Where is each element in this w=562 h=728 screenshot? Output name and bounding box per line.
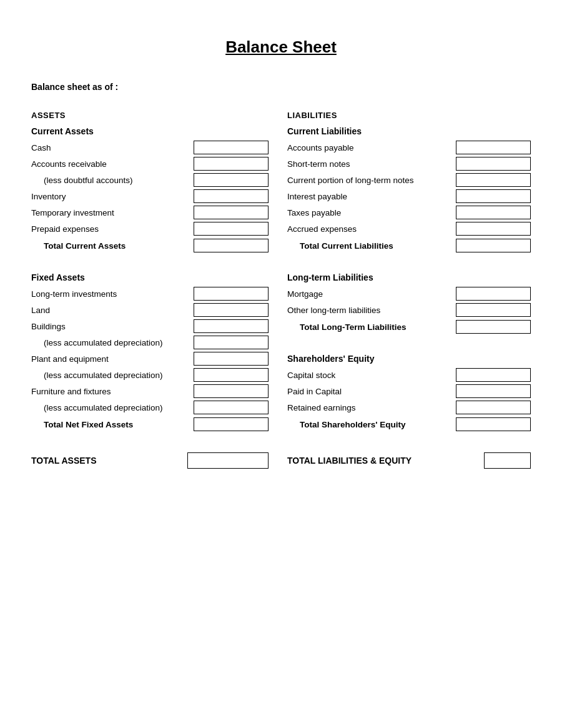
total-net-fixed-assets-row: Total Net Fixed Assets <box>31 416 269 432</box>
total-liabilities-equity-row: TOTAL LIABILITIES & EQUITY <box>287 451 531 470</box>
total-equity-input[interactable] <box>456 417 531 431</box>
total-current-assets-label: Total Current Assets <box>31 241 194 251</box>
list-item: Interest payable <box>287 189 531 204</box>
total-assets-label: TOTAL ASSETS <box>31 456 187 466</box>
list-item: (less accumulated depreciation) <box>31 335 269 350</box>
inventory-input[interactable] <box>194 189 269 203</box>
current-portion-longterm-label: Current portion of long-term notes <box>287 176 456 185</box>
less-accum-dep-furniture-input[interactable] <box>194 401 269 414</box>
interest-payable-label: Interest payable <box>287 192 456 201</box>
list-item: Cash <box>31 140 269 155</box>
liabilities-header: LIABILITIES <box>287 111 531 120</box>
other-longterm-liabilities-input[interactable] <box>456 303 531 317</box>
page-title: Balance Sheet <box>31 37 531 57</box>
less-accum-dep-furniture-label: (less accumulated depreciation) <box>31 403 194 412</box>
list-item: Capital stock <box>287 367 531 382</box>
furniture-fixtures-label: Furniture and fixtures <box>31 387 194 396</box>
list-item: Long-term investments <box>31 286 269 301</box>
mortgage-label: Mortgage <box>287 289 456 299</box>
less-doubtful-label: (less doubtful accounts) <box>31 176 194 185</box>
fixed-assets-header: Fixed Assets <box>31 272 269 282</box>
list-item: (less accumulated depreciation) <box>31 400 269 415</box>
interest-payable-input[interactable] <box>456 189 531 203</box>
paid-in-capital-input[interactable] <box>456 384 531 398</box>
list-item: Current portion of long-term notes <box>287 172 531 187</box>
capital-stock-input[interactable] <box>456 368 531 382</box>
retained-earnings-input[interactable] <box>456 401 531 414</box>
accounts-payable-label: Accounts payable <box>287 143 456 152</box>
cash-input[interactable] <box>194 141 269 154</box>
mortgage-input[interactable] <box>456 287 531 301</box>
prepaid-expenses-input[interactable] <box>194 222 269 236</box>
liabilities-column: LIABILITIES Current Liabilities Accounts… <box>281 111 531 470</box>
other-longterm-liabilities-label: Other long-term liabilities <box>287 306 456 315</box>
cash-label: Cash <box>31 143 194 152</box>
total-longterm-liabilities-row: Total Long-Term Liabilities <box>287 319 531 335</box>
total-liabilities-equity-input[interactable] <box>484 452 531 469</box>
list-item: Other long-term liabilities <box>287 302 531 317</box>
equity-header: Shareholders' Equity <box>287 354 531 364</box>
short-term-notes-input[interactable] <box>456 157 531 171</box>
list-item: Accounts receivable <box>31 156 269 171</box>
total-equity-row: Total Shareholders' Equity <box>287 416 531 432</box>
furniture-fixtures-input[interactable] <box>194 384 269 398</box>
retained-earnings-label: Retained earnings <box>287 403 456 412</box>
total-longterm-liabilities-label: Total Long-Term Liabilities <box>287 322 456 332</box>
list-item: Retained earnings <box>287 400 531 415</box>
short-term-notes-label: Short-term notes <box>287 159 456 169</box>
less-doubtful-input[interactable] <box>194 173 269 187</box>
accounts-receivable-input[interactable] <box>194 157 269 171</box>
accrued-expenses-label: Accrued expenses <box>287 224 456 234</box>
total-longterm-liabilities-input[interactable] <box>456 320 531 334</box>
accounts-payable-input[interactable] <box>456 141 531 154</box>
accrued-expenses-input[interactable] <box>456 222 531 236</box>
list-item: Taxes payable <box>287 205 531 220</box>
current-assets-header: Current Assets <box>31 126 269 136</box>
plant-equipment-label: Plant and equipment <box>31 354 194 364</box>
list-item: Inventory <box>31 189 269 204</box>
long-term-investments-input[interactable] <box>194 287 269 301</box>
list-item: Furniture and fixtures <box>31 384 269 399</box>
total-net-fixed-assets-input[interactable] <box>194 417 269 431</box>
total-net-fixed-assets-label: Total Net Fixed Assets <box>31 420 194 429</box>
total-current-assets-input[interactable] <box>194 239 269 252</box>
buildings-input[interactable] <box>194 319 269 333</box>
current-portion-longterm-input[interactable] <box>456 173 531 187</box>
less-accum-dep-plant-input[interactable] <box>194 368 269 382</box>
list-item: Prepaid expenses <box>31 221 269 236</box>
list-item: (less doubtful accounts) <box>31 172 269 187</box>
temp-investment-input[interactable] <box>194 206 269 219</box>
total-current-liabilities-label: Total Current Liabilities <box>287 241 456 251</box>
prepaid-expenses-label: Prepaid expenses <box>31 224 194 234</box>
total-current-assets-row: Total Current Assets <box>31 237 269 254</box>
assets-header: ASSETS <box>31 111 269 120</box>
list-item: Short-term notes <box>287 156 531 171</box>
less-accum-dep-buildings-label: (less accumulated depreciation) <box>31 338 194 347</box>
land-input[interactable] <box>194 303 269 317</box>
temp-investment-label: Temporary investment <box>31 208 194 217</box>
inventory-label: Inventory <box>31 192 194 201</box>
total-equity-label: Total Shareholders' Equity <box>287 420 456 429</box>
taxes-payable-label: Taxes payable <box>287 208 456 217</box>
total-liabilities-equity-label: TOTAL LIABILITIES & EQUITY <box>287 456 484 466</box>
total-assets-input[interactable] <box>187 452 269 469</box>
plant-equipment-input[interactable] <box>194 352 269 366</box>
long-term-investments-label: Long-term investments <box>31 289 194 299</box>
total-current-liabilities-row: Total Current Liabilities <box>287 237 531 254</box>
taxes-payable-input[interactable] <box>456 206 531 219</box>
list-item: Accounts payable <box>287 140 531 155</box>
less-accum-dep-buildings-input[interactable] <box>194 336 269 349</box>
list-item: (less accumulated depreciation) <box>31 367 269 382</box>
subtitle: Balance sheet as of : <box>31 82 531 92</box>
paid-in-capital-label: Paid in Capital <box>287 387 456 396</box>
current-liabilities-header: Current Liabilities <box>287 126 531 136</box>
accounts-receivable-label: Accounts receivable <box>31 159 194 169</box>
land-label: Land <box>31 306 194 315</box>
assets-column: ASSETS Current Assets Cash Accounts rece… <box>31 111 281 470</box>
total-current-liabilities-input[interactable] <box>456 239 531 252</box>
total-assets-row: TOTAL ASSETS <box>31 451 269 470</box>
list-item: Temporary investment <box>31 205 269 220</box>
capital-stock-label: Capital stock <box>287 371 456 380</box>
list-item: Mortgage <box>287 286 531 301</box>
list-item: Land <box>31 302 269 317</box>
